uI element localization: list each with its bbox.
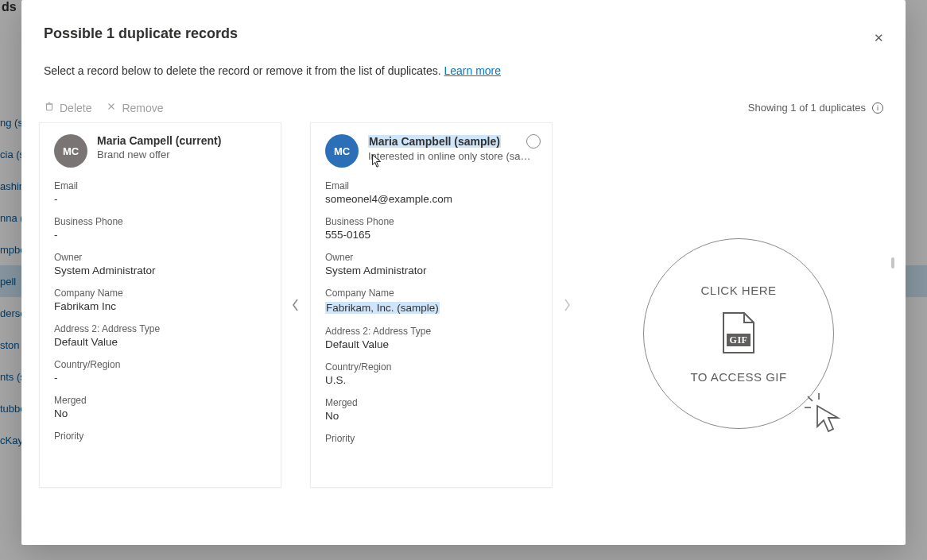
- record-name-duplicate: Maria Campbell (sample): [368, 134, 537, 149]
- field-label: Company Name: [54, 288, 266, 299]
- field-row: OwnerSystem Administrator: [325, 252, 537, 276]
- card-head-current: MC Maria Campell (current) Brand new off…: [54, 134, 266, 168]
- remove-label: Remove: [122, 102, 163, 114]
- field-row: Company NameFabrikam Inc: [54, 288, 266, 312]
- trash-icon: [44, 101, 55, 114]
- fields-current: Email-Business Phone-OwnerSystem Adminis…: [54, 180, 266, 442]
- scrollbar-thumb[interactable]: [891, 257, 894, 268]
- field-value: Fabrikam, Inc. (sample): [325, 302, 440, 314]
- field-value: U.S.: [325, 374, 537, 386]
- modal-header: Possible 1 duplicate records ✕ Select a …: [21, 0, 906, 77]
- field-value: Default Value: [54, 336, 266, 348]
- avatar-duplicate: MC: [325, 134, 359, 168]
- gif-file-icon: GIF: [719, 311, 758, 356]
- field-row: OwnerSystem Administrator: [54, 252, 266, 276]
- modal-toolbar: Delete Remove Showing 1 of 1 duplicates …: [21, 77, 906, 122]
- field-value: -: [54, 193, 266, 205]
- field-value: 555-0165: [325, 229, 537, 241]
- field-label: Merged: [54, 395, 266, 406]
- field-row: Address 2: Address TypeDefault Value: [325, 326, 537, 350]
- status-right: Showing 1 of 1 duplicates i: [748, 102, 883, 114]
- record-card-current: MC Maria Campell (current) Brand new off…: [39, 122, 281, 488]
- field-label: Owner: [54, 252, 266, 263]
- field-row: Priority: [54, 431, 266, 442]
- field-label: Address 2: Address Type: [54, 323, 266, 334]
- field-value: -: [54, 372, 266, 384]
- field-label: Owner: [325, 252, 537, 263]
- field-label: Merged: [325, 397, 537, 408]
- close-button[interactable]: ✕: [866, 25, 891, 51]
- field-row: Priority: [325, 433, 537, 444]
- field-row: Address 2: Address TypeDefault Value: [54, 323, 266, 348]
- field-value: No: [54, 407, 266, 419]
- fields-duplicate: Emailsomeonel4@example.comBusiness Phone…: [325, 180, 537, 444]
- status-text: Showing 1 of 1 duplicates: [748, 102, 866, 114]
- field-label: Priority: [325, 433, 537, 444]
- card-title-block-duplicate: Maria Campbell (sample) Interested in on…: [368, 134, 537, 162]
- record-card-duplicate[interactable]: MC Maria Campbell (sample) Interested in…: [310, 122, 553, 488]
- modal-title: Possible 1 duplicate records: [44, 25, 883, 42]
- card-title-block-current: Maria Campell (current) Brand new offer: [97, 134, 266, 160]
- learn-more-link[interactable]: Learn more: [444, 64, 501, 77]
- field-row: Country/Region-: [54, 359, 266, 384]
- field-label: Email: [325, 180, 537, 191]
- field-label: Business Phone: [54, 216, 266, 227]
- record-sub-current: Brand new offer: [97, 149, 266, 160]
- info-icon[interactable]: i: [872, 102, 883, 114]
- close-icon: [106, 101, 117, 114]
- field-value: Fabrikam Inc: [54, 300, 266, 312]
- card-wrapper: MC Maria Campell (current) Brand new off…: [39, 122, 581, 545]
- modal-subtitle: Select a record below to delete the reco…: [44, 64, 883, 77]
- field-value: System Administrator: [325, 265, 537, 276]
- field-label: Country/Region: [325, 361, 537, 373]
- field-value: someonel4@example.com: [325, 193, 537, 205]
- field-row: MergedNo: [325, 397, 537, 422]
- field-row: MergedNo: [54, 395, 266, 419]
- delete-label: Delete: [60, 102, 91, 114]
- mouse-cursor-icon: [371, 154, 382, 168]
- record-sub-duplicate: Interested in online only store (sam...: [368, 150, 537, 162]
- field-row: Business Phone-: [54, 216, 266, 241]
- avatar-current: MC: [54, 134, 87, 168]
- field-label: Country/Region: [54, 359, 266, 370]
- prev-record-arrow[interactable]: [281, 122, 310, 488]
- field-label: Company Name: [325, 288, 537, 299]
- toolbar-actions: Delete Remove: [44, 101, 164, 114]
- field-row: Company NameFabrikam, Inc. (sample): [325, 288, 537, 315]
- svg-rect-0: [47, 104, 52, 110]
- field-value: No: [325, 410, 537, 422]
- field-row: Email-: [54, 180, 266, 205]
- record-name-current: Maria Campell (current): [97, 134, 266, 147]
- gif-circle-text-top: CLICK HERE: [700, 284, 776, 297]
- click-cursor-icon: [803, 392, 844, 433]
- next-record-arrow[interactable]: [553, 122, 581, 488]
- svg-text:GIF: GIF: [730, 334, 748, 346]
- delete-button[interactable]: Delete: [44, 101, 91, 114]
- field-label: Priority: [54, 431, 266, 442]
- field-value: -: [54, 229, 266, 241]
- field-label: Business Phone: [325, 216, 537, 227]
- field-label: Address 2: Address Type: [325, 326, 537, 337]
- field-row: Emailsomeonel4@example.com: [325, 180, 537, 205]
- card-head-duplicate: MC Maria Campbell (sample) Interested in…: [325, 134, 537, 168]
- content-area: MC Maria Campell (current) Brand new off…: [21, 122, 906, 545]
- field-value: System Administrator: [54, 265, 266, 276]
- field-row: Country/RegionU.S.: [325, 361, 537, 386]
- field-label: Email: [54, 180, 266, 191]
- access-gif-button[interactable]: CLICK HERE GIF TO ACCESS GIF: [643, 238, 834, 429]
- right-area: CLICK HERE GIF TO ACCESS GIF: [581, 122, 896, 545]
- duplicate-records-modal: Possible 1 duplicate records ✕ Select a …: [21, 0, 906, 545]
- field-value: Default Value: [325, 338, 537, 350]
- remove-button[interactable]: Remove: [106, 101, 163, 114]
- svg-line-5: [808, 396, 813, 401]
- field-row: Business Phone555-0165: [325, 216, 537, 241]
- modal-subtitle-text: Select a record below to delete the reco…: [44, 64, 444, 77]
- gif-circle-text-bottom: TO ACCESS GIF: [690, 370, 786, 384]
